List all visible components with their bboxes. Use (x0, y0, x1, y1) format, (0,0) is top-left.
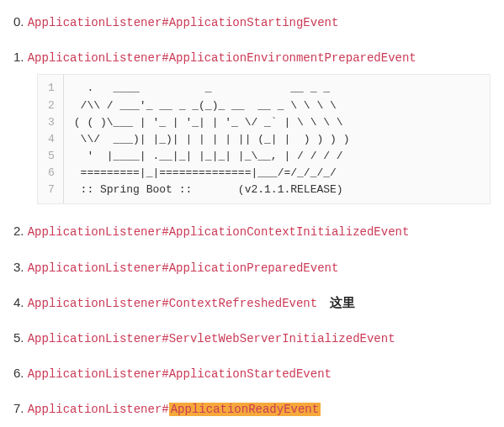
list-item: ApplicationListener#ApplicationStartedEv… (13, 361, 491, 385)
inline-annotation: 这里 (330, 295, 355, 309)
event-ordered-list: ApplicationListener#ApplicationStartingE… (13, 10, 491, 427)
event-code: ApplicationListener#ApplicationContextIn… (28, 225, 410, 239)
list-item: ApplicationListener#ApplicationStartingE… (13, 10, 491, 34)
event-code: ApplicationListener#ApplicationStartedEv… (28, 367, 332, 381)
event-code-highlighted: ApplicationReadyEvent (169, 403, 321, 416)
list-item: ApplicationListener#ServletWebServerInit… (13, 326, 491, 350)
event-code-prefix: ApplicationListener# (28, 403, 169, 416)
event-code: ApplicationListener#ApplicationStartingE… (28, 16, 339, 29)
event-code: ApplicationListener#ContextRefreshedEven… (28, 297, 317, 310)
list-item: ApplicationListener#ContextRefreshedEven… (13, 291, 491, 314)
event-code: ApplicationListener#ApplicationPreparedE… (28, 261, 339, 275)
list-item: ApplicationListener#ApplicationContextIn… (13, 219, 491, 243)
line-number-gutter: 1 2 3 4 5 6 7 (38, 75, 64, 203)
event-code: ApplicationListener#ServletWebServerInit… (28, 332, 395, 345)
list-item: ApplicationListener#ApplicationPreparedE… (13, 256, 491, 279)
event-code: ApplicationListener#ApplicationEnvironme… (28, 51, 416, 65)
list-item: ApplicationListener#ApplicationReadyEven… (13, 397, 491, 420)
list-item: ApplicationListener#ApplicationEnvironme… (13, 45, 491, 204)
banner-ascii-art: . ____ _ __ _ _ /\\ / ___'_ __ _ _(_)_ _… (64, 75, 360, 203)
spring-boot-banner-block: 1 2 3 4 5 6 7 . ____ _ __ _ _ /\\ / ___'… (37, 74, 491, 204)
